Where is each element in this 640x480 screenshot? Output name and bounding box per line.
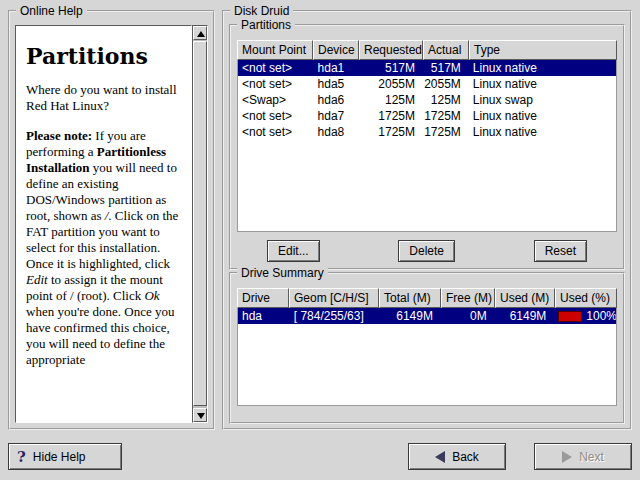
next-label: Next: [579, 450, 604, 464]
help-content: Partitions Where do you want to install …: [15, 25, 192, 423]
drive-summary-table: Drive Geom [C/H/S] Total (M) Free (M) Us…: [237, 288, 617, 406]
disk-druid-frame: Disk Druid Partitions Mount Point Device…: [222, 10, 632, 430]
arrow-down-icon: [197, 413, 205, 419]
column-header-used-m[interactable]: Used (M): [495, 288, 555, 308]
next-arrow-icon: [562, 451, 572, 463]
used-percent-bar: [558, 311, 582, 322]
cell-drive: hda: [238, 308, 290, 324]
drive-summary-table-body: hda [ 784/255/63] 6149M 0M 6149M 100%: [237, 308, 617, 406]
column-header-geom[interactable]: Geom [C/H/S]: [289, 288, 379, 308]
partitions-button-row: Edit... Delete Reset: [231, 240, 623, 262]
help-scrollbar[interactable]: [192, 25, 208, 423]
help-note: Please note: If you are performing a Par…: [26, 128, 183, 368]
partitions-table: Mount Point Device Requested Actual Type…: [237, 40, 617, 232]
cell-mount-point: <not set>: [238, 60, 314, 76]
back-arrow-icon: [435, 451, 445, 463]
cell-actual: 517M: [423, 60, 469, 76]
cell-geom: [ 784/255/63]: [290, 308, 380, 324]
cell-mount-point: <Swap>: [238, 92, 314, 108]
cell-mount-point: <not set>: [238, 124, 314, 140]
cell-type: Linux native: [469, 108, 616, 124]
installer-screen: { "colors": { "selection": "#000080", "u…: [0, 0, 640, 480]
drive-summary-table-header: Drive Geom [C/H/S] Total (M) Free (M) Us…: [237, 288, 617, 308]
cell-type: Linux swap: [469, 92, 616, 108]
online-help-frame: Online Help Partitions Where do you want…: [8, 10, 215, 430]
cell-total: 6149M: [379, 308, 441, 324]
hide-help-label: Hide Help: [33, 450, 86, 464]
help-note-seg: Edit: [26, 272, 48, 287]
column-header-requested[interactable]: Requested: [359, 40, 423, 60]
scroll-up-button[interactable]: [193, 26, 207, 40]
drive-summary-frame: Drive Summary Drive Geom [C/H/S] Total (…: [229, 272, 625, 424]
cell-used-m: 6149M: [495, 308, 555, 324]
cell-free: 0M: [441, 308, 495, 324]
reset-button[interactable]: Reset: [534, 240, 587, 262]
cell-type: Linux native: [469, 60, 616, 76]
cell-used-pct: 100%: [554, 308, 616, 324]
column-header-mount-point[interactable]: Mount Point: [237, 40, 313, 60]
back-label: Back: [452, 450, 479, 464]
cell-actual: 2055M: [423, 76, 469, 92]
edit-button[interactable]: Edit...: [267, 240, 320, 262]
partition-row[interactable]: <Swap> hda6 125M 125M Linux swap: [238, 92, 616, 108]
cell-actual: 1725M: [423, 108, 469, 124]
disk-druid-frame-title: Disk Druid: [230, 4, 293, 18]
partition-row[interactable]: <not set> hda5 2055M 2055M Linux native: [238, 76, 616, 92]
cell-device: hda5: [314, 76, 360, 92]
scroll-down-button[interactable]: [193, 408, 207, 422]
column-header-total[interactable]: Total (M): [379, 288, 441, 308]
cell-requested: 2055M: [359, 76, 423, 92]
online-help-frame-title: Online Help: [16, 4, 87, 18]
help-heading: Partitions: [26, 48, 183, 64]
column-header-actual[interactable]: Actual: [423, 40, 469, 60]
cell-requested: 1725M: [359, 124, 423, 140]
cell-actual: 1725M: [423, 124, 469, 140]
cell-requested: 517M: [359, 60, 423, 76]
column-header-drive[interactable]: Drive: [237, 288, 289, 308]
cell-requested: 1725M: [359, 108, 423, 124]
help-intro: Where do you want to install Red Hat Lin…: [26, 82, 183, 114]
partitions-table-body: <not set> hda1 517M 517M Linux native <n…: [237, 60, 617, 232]
cell-device: hda6: [314, 92, 360, 108]
cell-device: hda1: [314, 60, 360, 76]
help-note-seg: Ok: [144, 288, 159, 303]
help-note-seg: Please note:: [26, 128, 92, 143]
cell-type: Linux native: [469, 124, 616, 140]
back-button[interactable]: Back: [408, 443, 506, 470]
cell-mount-point: <not set>: [238, 76, 314, 92]
partition-row[interactable]: <not set> hda8 1725M 1725M Linux native: [238, 124, 616, 140]
help-question-icon: ?: [17, 448, 26, 466]
scrollbar-thumb[interactable]: [193, 41, 207, 406]
help-note-seg: when you're done. Once you have confirme…: [26, 304, 175, 367]
cell-type: Linux native: [469, 76, 616, 92]
column-header-used-pct[interactable]: Used (%): [555, 288, 617, 308]
next-button[interactable]: Next: [534, 443, 632, 470]
cell-requested: 125M: [359, 92, 423, 108]
used-percent-label: 100%: [586, 308, 616, 324]
column-header-type[interactable]: Type: [469, 40, 617, 60]
cell-actual: 125M: [423, 92, 469, 108]
partitions-table-header: Mount Point Device Requested Actual Type: [237, 40, 617, 60]
partition-row[interactable]: <not set> hda1 517M 517M Linux native: [238, 60, 616, 76]
partitions-frame-title: Partitions: [237, 18, 295, 32]
column-header-device[interactable]: Device: [313, 40, 359, 60]
arrow-up-icon: [197, 31, 205, 37]
hide-help-button[interactable]: ? Hide Help: [8, 443, 122, 470]
partition-row[interactable]: <not set> hda7 1725M 1725M Linux native: [238, 108, 616, 124]
cell-device: hda7: [314, 108, 360, 124]
column-header-free[interactable]: Free (M): [441, 288, 495, 308]
delete-button[interactable]: Delete: [398, 240, 455, 262]
partitions-frame: Partitions Mount Point Device Requested …: [229, 24, 625, 270]
cell-device: hda8: [314, 124, 360, 140]
drive-summary-frame-title: Drive Summary: [237, 266, 328, 280]
drive-row[interactable]: hda [ 784/255/63] 6149M 0M 6149M 100%: [238, 308, 616, 324]
cell-mount-point: <not set>: [238, 108, 314, 124]
